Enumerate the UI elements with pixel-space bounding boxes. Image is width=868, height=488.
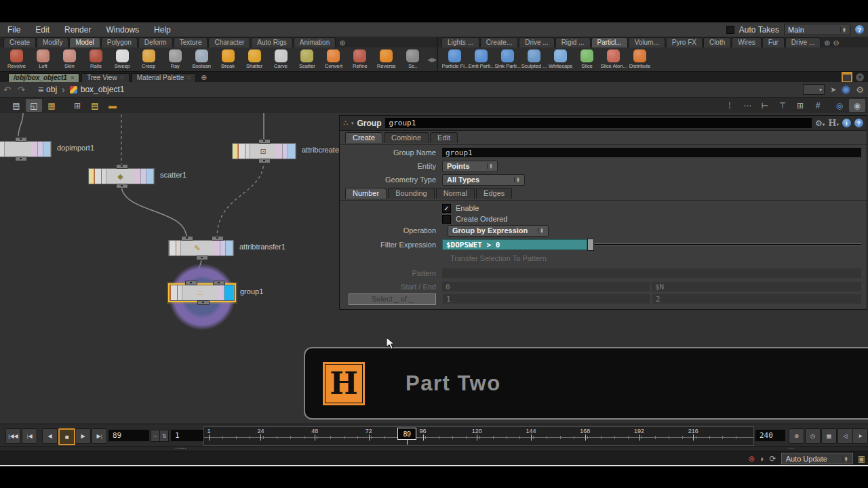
shelf-right-tab-drive[interactable]: Drive ... [785,37,821,47]
pane-tab-materialpalette[interactable]: Material Palette∷ [132,73,197,82]
filter-expression-field[interactable]: $DOPSWET > 0 [442,239,587,250]
houdini-help-icon[interactable]: H▾ [828,118,839,128]
spacing-horizontal-icon[interactable]: ⋯ [739,99,755,112]
shelf-left-tab-autorigs[interactable]: Auto Rigs [251,37,292,47]
pane-maximize-icon[interactable] [842,72,852,83]
shelf-left-tool-creep[interactable]: Creep [136,49,162,69]
takes-help-icon[interactable]: ? [855,25,864,34]
update-mode-dropdown[interactable]: Auto Update ▲▼ [781,453,853,464]
select-of-button[interactable]: Select _ of _ [349,293,436,305]
output-connector[interactable] [258,159,271,163]
current-frame-marker[interactable]: 89 [397,428,416,440]
nav-back-icon[interactable]: ↶ [0,85,14,95]
node-name-field[interactable]: group1 [385,118,812,128]
shelf-left-tool-scatter[interactable]: Scatter [294,49,320,69]
jump-start-button[interactable]: |◀◀ [5,428,21,444]
param-subtab-number[interactable]: Number [345,188,387,199]
input-connector-2[interactable] [213,281,225,285]
param-tab-create[interactable]: Create [345,132,382,143]
realtime-toggle-icon[interactable]: ◷ [805,428,821,444]
update-mode-spinner-icon[interactable]: ▲▼ [842,456,848,462]
tab-grip-icon[interactable]: ∷ [121,75,124,81]
input-connector-2[interactable] [212,236,224,241]
help-icon[interactable]: ? [854,119,863,127]
shelf-right-tab-create[interactable]: Create... [480,37,518,47]
input-connector-1[interactable] [185,281,197,285]
path-history-dropdown[interactable]: ▾ [803,84,825,95]
output-connector[interactable] [116,184,128,188]
shelf-left-tab-create[interactable]: Create [3,37,36,47]
end-field[interactable]: $N [652,282,861,291]
timeline-ruler[interactable]: 12448729612014416819221689 [203,426,754,446]
shelf-left-tool-boolean[interactable]: Boolean [189,49,215,69]
shelf-right-tab-rigid[interactable]: Rigid ... [555,37,591,47]
snap-grid-icon[interactable]: ⊞ [792,99,808,112]
breadcrumb-node[interactable]: box_object1 [81,85,125,94]
shelf-left-tool-break[interactable]: Break [215,49,241,69]
frame-spinner-icon[interactable]: ⇅ [159,430,169,442]
menu-render[interactable]: Render [57,25,98,35]
spacing-vertical-icon[interactable]: ⁞ [722,99,738,112]
pane-tab-treeview[interactable]: Tree View∷ [81,73,130,82]
close-tab-icon[interactable]: × [71,75,74,81]
shelf-right-tab-volum[interactable]: Volum... [629,37,665,47]
enable-checkbox[interactable]: ✓ [442,204,451,213]
prev-key-button[interactable]: |◀ [22,428,37,444]
shelf-left-tool-ray[interactable]: Ray [162,49,189,69]
frame-decrement-icon[interactable]: − [151,430,160,442]
slider-handle[interactable] [587,239,594,251]
select-a-field[interactable]: 1 [443,294,650,304]
next-key-button[interactable]: ▶| [92,428,107,444]
input-connector[interactable] [116,164,128,169]
grid-icon[interactable]: # [810,99,826,112]
shelf-left-tab-model[interactable]: Model [69,37,100,47]
shelf-right-tool-whitecaps[interactable]: Whitecaps [547,49,574,69]
create-ordered-checkbox[interactable]: ✓ [442,215,451,224]
info-icon[interactable]: i [842,119,851,127]
shelf-left-tool-revolve[interactable]: Revolve [3,49,30,69]
stop-button[interactable]: ■ [58,428,75,445]
shelf-right-tab-lights[interactable]: Lights ... [441,37,479,47]
input-connector[interactable] [15,137,27,142]
node-shape-icon[interactable]: ⊞ [69,99,85,112]
shelf-right-tool-emitparti[interactable]: Emit Parti... [468,49,494,69]
shelf-right-tool-sinkparti[interactable]: Sink Parti... [494,49,521,69]
shelf-left-tool-carve[interactable]: Carve [268,49,294,69]
flipbook-icon[interactable]: ▦ [821,428,837,444]
playbar-options-icon[interactable]: ➤ [852,428,868,444]
shelf-left-tool-refine[interactable]: Refine [347,49,373,69]
network-box-icon[interactable]: ▬ [104,99,121,112]
shelf-right-tool-slicealon[interactable]: Slice Alon... [600,49,627,69]
output-connector[interactable] [196,256,208,260]
input-connector-1[interactable] [181,236,193,241]
cook-cancel-icon[interactable]: ⊗ [748,454,755,464]
group-name-field[interactable]: group1 [442,148,861,157]
color-palette-icon[interactable]: ▦ [43,99,60,112]
take-selector[interactable]: Main ▲▼ [784,24,850,35]
display-flag[interactable] [224,285,234,300]
param-tab-edit[interactable]: Edit [430,132,458,143]
auto-key-icon[interactable]: ⊚ [789,428,804,444]
menu-file[interactable]: File [0,25,28,35]
node-attribcreate1[interactable]: ⊡ attribcreate1 [232,143,296,159]
sticky-note-icon[interactable]: ▤ [87,99,103,112]
pane-menu-icon[interactable]: ▾ [856,73,864,81]
recook-icon[interactable]: ⟳ [770,454,776,464]
shelf-right-tool-particlefl[interactable]: Particle Fl... [441,49,468,69]
geometry-spinner-icon[interactable]: ▲▼ [514,177,520,182]
new-pane-tab-icon[interactable]: ⊕ [201,73,207,82]
pin-pane-icon[interactable]: ➤ [830,85,836,94]
param-subtab-bounding[interactable]: Bounding [388,188,435,199]
node-scatter1[interactable]: ◆ scatter1 [88,168,155,184]
menu-windows[interactable]: Windows [98,25,146,35]
visibility-icon[interactable]: ◉ [849,99,865,112]
param-tab-combine[interactable]: Combine [384,132,429,143]
align-left-icon[interactable]: ⊢ [757,99,773,112]
entity-spinner-icon[interactable]: ▲▼ [487,163,493,169]
shelf-right-tool-distribute[interactable]: Distribute [627,49,653,69]
shelf-right-collapse-icon[interactable]: ⊖ [833,39,840,47]
shelf-left-tool-sweep[interactable]: Sweep [109,49,136,69]
select-b-field[interactable]: 2 [652,294,861,304]
shelf-left-tool-shatter[interactable]: Shatter [241,49,268,69]
slider-track[interactable] [594,244,861,245]
